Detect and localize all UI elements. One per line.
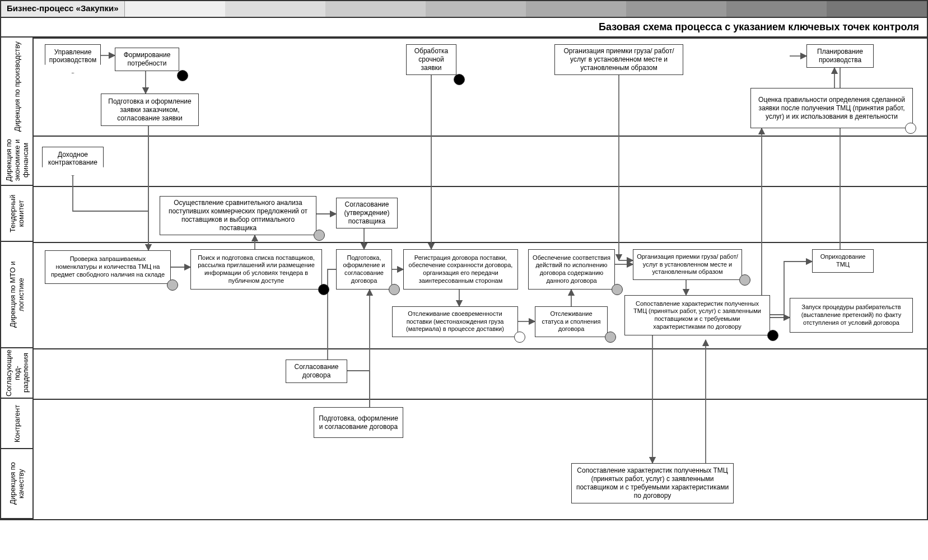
lane-label: Дирекция по производству — [1, 38, 32, 136]
page-subtitle: Базовая схема процесса с указанием ключе… — [0, 17, 928, 38]
control-dot-black — [177, 70, 188, 81]
box-urgent-request: Обработка срочной заявки — [406, 44, 456, 75]
diagram-canvas: Управление производством Доходное контра… — [34, 38, 927, 519]
box-quality-compare: Сопоставление характеристик полученных Т… — [571, 463, 734, 503]
box-track-status: Отслеживание статуса и сполнения договор… — [535, 306, 608, 337]
control-dot-gray — [612, 284, 623, 295]
lane-labels: Дирекция по производствуДирекция по экон… — [1, 38, 34, 519]
box-approve-contract: Согласование договора — [286, 360, 347, 383]
box-capitalize: Оприходование ТМЦ — [812, 249, 874, 273]
box-evaluate-request: Оценка правильности определения сделанно… — [750, 88, 913, 128]
header-gradient — [125, 1, 927, 17]
header: Бизнес-процесс «Закупки» — [0, 0, 928, 17]
control-dot-black — [454, 74, 465, 85]
lane-label: Дирекция по экономике и финансам — [1, 136, 32, 186]
box-approve-supplier: Согласование (утверждение) поставщика — [336, 198, 398, 228]
box-ensure-compliance: Обеспечение соответствия действий по исп… — [528, 249, 615, 290]
box-prepare-request: Подготовка и оформление заявки заказчико… — [101, 94, 199, 126]
box-supplier-list: Поиск и подготовка списка поставщиков, р… — [190, 249, 322, 290]
lane-label: Дирекция по МТО и логистике — [1, 242, 32, 348]
box-form-need: Формирование потребности — [115, 48, 179, 71]
control-dot-gray — [605, 332, 616, 343]
control-dot-white — [905, 123, 916, 134]
box-prepare-contract: Подготовка, оформление и согласование до… — [336, 249, 392, 290]
box-cargo-accept-mto: Организация приемки груза/ работ/услуг в… — [633, 249, 742, 280]
control-dot-black — [318, 284, 329, 295]
box-production-planning: Планирование производства — [806, 44, 874, 68]
control-dot-gray — [739, 274, 750, 286]
control-dot-gray — [389, 284, 400, 295]
box-register-contract: Регистрация договора поставки, обеспечен… — [403, 249, 518, 290]
page-title: Бизнес-процесс «Закупки» — [1, 1, 125, 17]
lane-label: Согласующие под- разделения — [1, 348, 32, 399]
box-compare-offers: Осуществление сравнительного анализа пос… — [160, 196, 316, 235]
control-dot-white — [514, 332, 525, 343]
box-track-delivery: Отслеживание своевременности поставки (м… — [392, 306, 518, 337]
lane-label: Тендерный комитет — [1, 186, 32, 242]
control-dot-gray — [167, 279, 178, 291]
box-compare-characteristics: Сопоставление характеристик полученных Т… — [624, 295, 770, 335]
lane-label: Дирекция по качеству — [1, 449, 32, 519]
box-check-stock: Проверка запрашиваемых номенклатуры и ко… — [45, 250, 171, 284]
box-cargo-accept-prod: Организация приемки груза/ работ/услуг в… — [554, 44, 683, 75]
box-launch-claims: Запуск процедуры разбирательств (выставл… — [790, 298, 913, 333]
control-dot-gray — [314, 230, 325, 241]
lane-label: Контрагент — [1, 399, 32, 449]
control-dot-black — [767, 330, 778, 341]
box-counterparty-contract: Подготовка, оформление и согласование до… — [314, 407, 403, 438]
swimlane-container: Дирекция по производствуДирекция по экон… — [0, 38, 928, 520]
